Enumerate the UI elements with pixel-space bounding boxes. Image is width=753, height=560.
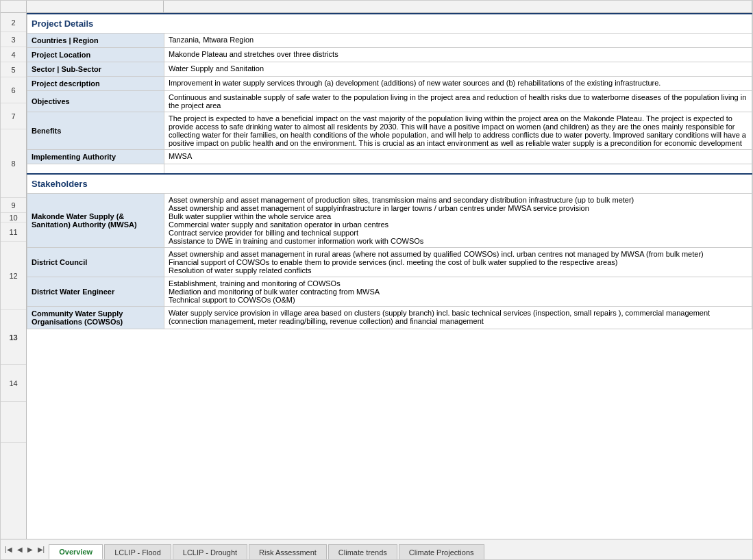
content-area: 234567891011121314 Project DetailsCountr…	[1, 13, 752, 539]
section-header-cell: Stakeholders	[27, 174, 752, 194]
value-cell: Water Supply and Sanitation	[164, 62, 752, 77]
nav-last[interactable]: ▶|	[36, 544, 47, 555]
table-row: Countries | RegionTanzania, Mtwara Regio…	[27, 34, 752, 48]
row-number	[1, 402, 26, 443]
label-cell: Project Location	[27, 48, 164, 62]
empty-cell	[27, 164, 164, 174]
row-number: 9	[1, 198, 26, 213]
sheet-tab-risk-assessment[interactable]: Risk Assessment	[249, 544, 327, 559]
row-number: 3	[1, 32, 26, 47]
label-cell: District Water Engineer	[27, 277, 164, 306]
col-header-a	[1, 1, 27, 12]
nav-prev[interactable]: ◀	[16, 544, 24, 555]
table-row: BenefitsThe project is expected to have …	[27, 112, 752, 150]
row-number: 4	[1, 47, 26, 62]
empty-cell	[164, 164, 752, 174]
row-number: 8	[1, 129, 26, 198]
row-number: 7	[1, 103, 26, 129]
spreadsheet-container: 234567891011121314 Project DetailsCountr…	[0, 0, 753, 560]
col-header-b	[27, 1, 164, 12]
value-cell: Asset ownership and asset management in …	[164, 247, 752, 277]
value-cell: Continuous and sustainable supply of saf…	[164, 91, 752, 112]
label-cell: Objectives	[27, 91, 164, 112]
table-row: Sector | Sub-SectorWater Supply and Sani…	[27, 62, 752, 77]
row-number: 2	[1, 13, 26, 32]
row-numbers: 234567891011121314	[1, 13, 27, 539]
table-row: Project LocationMakonde Plateau and stre…	[27, 48, 752, 62]
label-cell: Community Water Supply Organisations (CO…	[27, 306, 164, 329]
table-row	[27, 164, 752, 174]
label-cell: Benefits	[27, 112, 164, 150]
column-headers	[1, 1, 752, 13]
label-cell: District Council	[27, 247, 164, 277]
value-cell: The project is expected to have a benefi…	[164, 112, 752, 150]
value-cell: Establishment, training and monitoring o…	[164, 277, 752, 306]
row-number: 11	[1, 222, 26, 242]
nav-first[interactable]: |◀	[3, 544, 14, 555]
label-cell: Project description	[27, 77, 164, 91]
row-number: 13	[1, 310, 26, 365]
table-row: ObjectivesContinuous and sustainable sup…	[27, 91, 752, 112]
tabs-bar: OverviewLCLIP - FloodLCLIP - DroughtRisk…	[49, 539, 752, 559]
row-number: 14	[1, 365, 26, 402]
sheet-tab-climate-trends[interactable]: Climate trends	[328, 544, 397, 559]
label-cell: Sector | Sub-Sector	[27, 62, 164, 77]
section-header-cell: Project Details	[27, 14, 752, 34]
value-cell: Improvement in water supply services thr…	[164, 77, 752, 91]
value-cell: Makonde Plateau and stretches over three…	[164, 48, 752, 62]
table-row: Stakeholders	[27, 174, 752, 194]
label-cell: Implementing Authority	[27, 150, 164, 164]
value-cell: Asset ownership and asset management of …	[164, 193, 752, 247]
sheet-tab-lclip---flood[interactable]: LCLIP - Flood	[104, 544, 171, 559]
label-cell: Makonde Water Supply (& Sanitation) Auth…	[27, 193, 164, 247]
value-cell: MWSA	[164, 150, 752, 164]
table-row: Implementing AuthorityMWSA	[27, 150, 752, 164]
sheet-tab-overview[interactable]: Overview	[49, 544, 103, 559]
sheet-tab-lclip---drought[interactable]: LCLIP - Drought	[173, 544, 247, 559]
table-row: Community Water Supply Organisations (CO…	[27, 306, 752, 329]
nav-next[interactable]: ▶	[26, 544, 34, 555]
label-cell: Countries | Region	[27, 34, 164, 48]
value-cell: Tanzania, Mtwara Region	[164, 34, 752, 48]
table-row: Makonde Water Supply (& Sanitation) Auth…	[27, 193, 752, 247]
row-number: 6	[1, 77, 26, 103]
table-row: Project Details	[27, 14, 752, 34]
table-row: District Water EngineerEstablishment, tr…	[27, 277, 752, 306]
row-number: 5	[1, 62, 26, 77]
sheet-tab-climate-projections[interactable]: Climate Projections	[399, 544, 484, 559]
col-header-c	[164, 1, 752, 12]
bottom-bar: |◀ ◀ ▶ ▶| OverviewLCLIP - FloodLCLIP - D…	[1, 539, 752, 559]
row-number: 12	[1, 242, 26, 310]
table-row: District CouncilAsset ownership and asse…	[27, 247, 752, 277]
table-area: Project DetailsCountries | RegionTanzani…	[27, 13, 752, 539]
sheet-navigation: |◀ ◀ ▶ ▶|	[1, 544, 49, 555]
value-cell: Water supply service provision in villag…	[164, 306, 752, 329]
table-row: Project descriptionImprovement in water …	[27, 77, 752, 91]
row-number: 10	[1, 213, 26, 222]
main-table: Project DetailsCountries | RegionTanzani…	[27, 13, 752, 329]
